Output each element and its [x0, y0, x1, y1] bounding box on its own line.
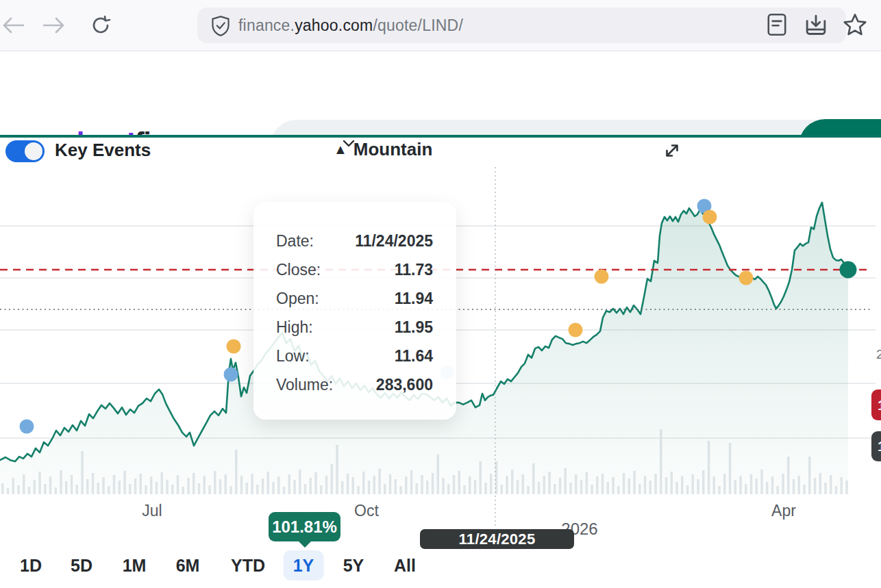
tooltip-label: Close: — [276, 261, 321, 279]
volume-bar — [76, 485, 79, 494]
toolbar-icons — [766, 12, 867, 37]
volume-bar — [548, 472, 551, 494]
reload-icon[interactable] — [88, 12, 114, 38]
volume-bar — [777, 486, 780, 494]
volume-bar — [718, 486, 721, 494]
volume-bar — [38, 472, 41, 494]
volume-bar — [71, 475, 73, 494]
timeframe-button-ytd[interactable]: YTD — [221, 550, 275, 580]
volume-bar — [277, 476, 280, 494]
fullscreen-expand-icon[interactable] — [662, 140, 682, 161]
volume-bar — [171, 485, 174, 494]
volume-bar — [416, 483, 419, 494]
volume-bar — [782, 474, 784, 494]
volume-bar — [803, 485, 806, 494]
volume-bar — [34, 480, 36, 494]
volume-bar — [745, 484, 747, 494]
volume-bar — [522, 474, 525, 494]
event-marker-blue[interactable] — [224, 368, 238, 382]
volume-bar — [702, 470, 705, 494]
chart-module: Key Events ▲ Mountain Date:11/24/2025Clo… — [0, 135, 881, 588]
timeframe-button-5d[interactable]: 5D — [61, 550, 102, 580]
volume-bar — [421, 475, 423, 494]
volume-bar — [819, 473, 822, 494]
event-marker-yellow[interactable] — [739, 271, 754, 285]
event-marker-yellow[interactable] — [569, 323, 583, 337]
timeframe-button-1y[interactable]: 1Y — [284, 550, 324, 580]
download-icon[interactable] — [804, 12, 828, 37]
volume-bar — [325, 476, 328, 494]
volume-bar — [405, 476, 408, 494]
timeframe-button-6m[interactable]: 6M — [166, 550, 210, 580]
timeframe-button-1m[interactable]: 1M — [113, 550, 156, 580]
volume-bar — [484, 483, 487, 494]
volume-bar — [830, 475, 832, 494]
volume-bar — [177, 475, 179, 494]
event-marker-yellow[interactable] — [227, 340, 241, 354]
tooltip-value: 11.64 — [395, 347, 433, 366]
event-marker-blue[interactable] — [20, 420, 34, 434]
volume-bar — [532, 463, 535, 494]
volume-bar — [410, 470, 413, 494]
x-axis-label: Jul — [142, 502, 162, 520]
crosshair-date-pill: 11/24/2025 — [420, 529, 574, 549]
volume-bar — [304, 484, 307, 494]
url-bar[interactable]: finance.yahoo.com/quote/LIND/ — [197, 8, 846, 43]
volume-bar — [617, 486, 620, 494]
chart-tooltip: Date:11/24/2025Close:11.73Open:11.94High… — [253, 202, 456, 420]
volume-bar — [336, 445, 338, 494]
volume-bar — [824, 483, 827, 494]
volume-bar — [272, 482, 275, 494]
volume-bar — [246, 483, 249, 494]
volume-bar — [527, 486, 530, 494]
chart-type-dropdown[interactable]: ▲ Mountain — [334, 139, 432, 160]
volume-bar — [506, 476, 508, 494]
volume-bar — [458, 471, 461, 494]
volume-bar — [203, 476, 206, 494]
volume-bar — [660, 429, 662, 494]
percent-change-badge: 101.81% — [269, 512, 340, 541]
volume-bar — [586, 472, 588, 494]
volume-bar — [808, 457, 811, 494]
volume-bar — [235, 450, 238, 494]
volume-bar — [320, 485, 323, 494]
back-icon[interactable] — [0, 12, 26, 38]
timeframe-button-5y[interactable]: 5Y — [334, 550, 374, 580]
bookmark-star-icon[interactable] — [843, 12, 867, 37]
tooltip-value: 11.73 — [395, 261, 433, 279]
shield-permissions-icon[interactable] — [211, 16, 230, 36]
volume-bar — [357, 486, 360, 494]
tooltip-row: Close:11.73 — [276, 255, 433, 284]
volume-bar — [251, 474, 253, 494]
forward-icon[interactable] — [41, 12, 67, 38]
volume-bar — [65, 481, 68, 494]
key-events-toggle[interactable] — [5, 140, 45, 162]
volume-bar — [580, 480, 583, 494]
timeframe-button-1d[interactable]: 1D — [10, 550, 51, 580]
volume-bar — [373, 476, 376, 494]
volume-bar — [214, 471, 216, 494]
volume-bar — [723, 474, 726, 494]
timeframe-button-all[interactable]: All — [384, 550, 425, 580]
volume-bar — [771, 476, 774, 494]
chart-type-label: Mountain — [353, 139, 433, 160]
volume-bar — [591, 485, 593, 494]
volume-bar — [601, 474, 604, 494]
volume-bar — [49, 476, 52, 494]
volume-bar — [150, 476, 153, 494]
reader-mode-icon[interactable] — [766, 12, 788, 37]
volume-bar — [453, 475, 456, 494]
event-marker-yellow[interactable] — [595, 270, 609, 284]
tooltip-label: Date: — [276, 232, 314, 251]
tooltip-value: 11/24/2025 — [355, 232, 433, 251]
volume-bar — [182, 487, 185, 494]
volume-bar — [267, 472, 270, 494]
volume-bar — [187, 478, 190, 494]
event-marker-yellow[interactable] — [703, 210, 717, 225]
tooltip-label: Low: — [276, 347, 310, 366]
volume-bar — [156, 482, 158, 494]
volume-bar — [7, 488, 10, 494]
key-events-label: Key Events — [55, 140, 151, 161]
tooltip-row: High:11.95 — [276, 313, 433, 342]
secondary-price-badge: 1 — [871, 431, 881, 461]
